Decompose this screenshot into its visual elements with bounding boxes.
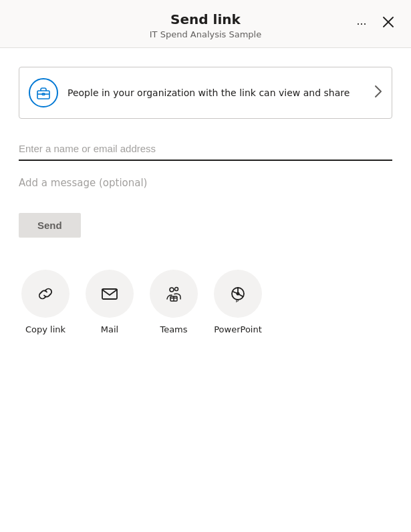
header-center: Send link IT Spend Analysis Sample: [150, 11, 261, 39]
permission-icon: [29, 78, 58, 107]
mail-label: Mail: [101, 324, 118, 334]
more-options-button[interactable]: ···: [350, 12, 374, 36]
copy-link-label: Copy link: [25, 324, 65, 334]
email-input[interactable]: [19, 140, 392, 157]
send-link-dialog: Send link IT Spend Analysis Sample ···: [0, 0, 411, 532]
svg-point-6: [170, 288, 174, 292]
dialog-body: People in your organization with the lin…: [0, 48, 411, 356]
permission-card[interactable]: People in your organization with the lin…: [19, 67, 392, 119]
message-section: Add a message (optional): [19, 177, 392, 189]
message-placeholder: Add a message (optional): [19, 177, 392, 189]
powerpoint-icon-wrapper: P: [214, 270, 262, 318]
chevron-right-icon: [374, 85, 382, 101]
more-icon: ···: [356, 17, 366, 31]
svg-rect-5: [102, 289, 117, 299]
svg-point-12: [237, 292, 240, 296]
share-option-powerpoint[interactable]: P PowerPoint: [211, 270, 265, 334]
share-option-copy-link[interactable]: Copy link: [19, 270, 72, 334]
teams-label: Teams: [160, 324, 187, 334]
mail-icon-wrapper: [86, 270, 134, 318]
close-icon: [383, 17, 394, 31]
svg-point-7: [175, 288, 178, 291]
teams-icon-wrapper: [150, 270, 198, 318]
dialog-header: Send link IT Spend Analysis Sample ···: [0, 0, 411, 48]
copy-link-icon-wrapper: [21, 270, 70, 318]
dialog-subtitle: IT Spend Analysis Sample: [150, 29, 261, 39]
send-button[interactable]: Send: [19, 213, 81, 238]
svg-text:P: P: [236, 299, 239, 303]
permission-text: People in your organization with the lin…: [67, 86, 369, 99]
dialog-title: Send link: [150, 11, 261, 28]
share-option-mail[interactable]: Mail: [83, 270, 136, 334]
email-input-section: [19, 140, 392, 161]
share-options: Copy link Mail: [19, 270, 392, 334]
close-button[interactable]: [376, 12, 400, 36]
powerpoint-label: PowerPoint: [214, 324, 262, 334]
share-option-teams[interactable]: Teams: [147, 270, 200, 334]
header-actions: ···: [350, 12, 400, 36]
